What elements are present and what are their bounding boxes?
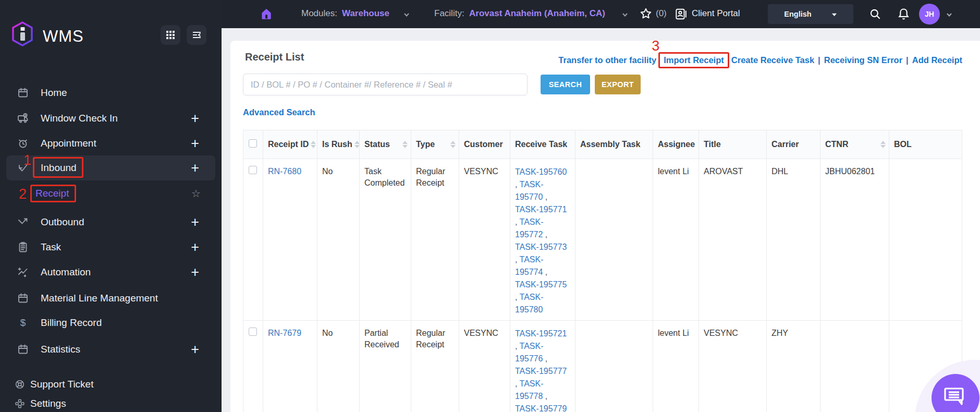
sidebar-item-home[interactable]: Home	[0, 80, 222, 105]
cell-title: VESYNC	[699, 321, 767, 412]
modules-chevron-down-icon[interactable]	[403, 11, 410, 20]
receipt-table-wrap: Receipt IDIs RushStatusTypeCustomerRecei…	[243, 130, 962, 412]
expand-plus-icon[interactable]: +	[191, 163, 199, 173]
receive-task-link[interactable]: TASK-195760	[515, 167, 567, 176]
cell-receive-task: TASK-195760, TASK-195770 ,TASK-195771, T…	[510, 159, 575, 321]
sidebar-item-label: Billing Record	[41, 317, 102, 329]
action-link-create-receive-task[interactable]: Create Receive Task	[731, 55, 814, 65]
favorite-star-icon[interactable]: ☆	[191, 187, 201, 200]
facility-chevron-down-icon[interactable]	[621, 11, 629, 20]
sidebar-item-automation[interactable]: Automation+	[0, 260, 222, 285]
favorites-star-icon[interactable]	[639, 7, 653, 22]
sidebar-item-label: Receipt	[35, 188, 69, 199]
sidebar-item-task[interactable]: Task+	[0, 235, 222, 260]
receipt-list-card: Receipt List Transfer to other facility3…	[230, 41, 980, 412]
receive-task-link[interactable]: TASK-195771	[515, 205, 567, 214]
cell-is-rush: No	[317, 159, 360, 321]
sort-icon[interactable]	[878, 141, 886, 148]
column-header-customer: Customer	[459, 130, 510, 159]
sidebar-item-billing-record[interactable]: $Billing Record	[0, 310, 222, 335]
expand-plus-icon[interactable]: +	[191, 113, 199, 124]
receive-task-link[interactable]: 195780	[515, 305, 543, 314]
search-button[interactable]: SEARCH	[541, 75, 590, 94]
sidebar-item-settings[interactable]: Settings	[0, 391, 222, 412]
row-checkbox[interactable]	[249, 328, 257, 336]
sidebar-item-inbound[interactable]: Inbound+	[6, 155, 215, 180]
sidebar-item-receipt[interactable]: Receipt☆	[0, 181, 222, 206]
cell-title: AROVAST	[699, 159, 767, 321]
sidebar-item-outbound[interactable]: Outbound+	[0, 210, 222, 235]
receive-task-link[interactable]: TASK-	[520, 255, 544, 264]
receive-task-link[interactable]: TASK-	[520, 180, 544, 189]
receive-task-link[interactable]: 195778	[515, 392, 543, 401]
sidebar-item-window-check-in[interactable]: Window Check In+	[0, 106, 222, 131]
sidebar-item-statistics[interactable]: Statistics+	[0, 337, 222, 362]
action-link-import-receipt[interactable]: Import Receipt	[664, 55, 724, 65]
column-header-receipt-id[interactable]: Receipt ID	[263, 130, 317, 159]
column-header-status[interactable]: Status	[360, 130, 411, 159]
receive-task-link[interactable]: TASK-	[520, 342, 544, 350]
cell-customer: VESYNC	[459, 159, 510, 321]
action-link-add-receipt[interactable]: Add Receipt	[912, 55, 962, 65]
expand-plus-icon[interactable]: +	[191, 242, 199, 252]
calendar-icon	[17, 344, 29, 355]
export-button[interactable]: EXPORT	[595, 75, 641, 94]
expand-plus-icon[interactable]: +	[191, 138, 199, 149]
receive-task-link[interactable]: TASK-	[520, 379, 544, 388]
column-header-ctnr[interactable]: CTNR	[820, 130, 889, 159]
receive-task-link[interactable]: TASK-195777	[515, 367, 567, 375]
receive-task-link[interactable]: 195772	[515, 230, 543, 239]
receipt-id-link[interactable]: RN-7679	[268, 329, 301, 337]
action-link-receiving-sn-error[interactable]: Receiving SN Error	[824, 55, 902, 65]
avatar-initials: JH	[925, 10, 934, 18]
modules-value[interactable]: Warehouse	[342, 8, 389, 19]
truck-clock-icon	[17, 113, 29, 124]
sort-icon[interactable]	[352, 141, 360, 148]
wms-logo-icon	[10, 21, 34, 49]
profile-chevron-down-icon[interactable]	[946, 11, 953, 20]
facility-label: Facility:	[434, 8, 464, 19]
receipt-id-link[interactable]: RN-7680	[268, 167, 301, 176]
apps-grid-icon[interactable]	[161, 25, 180, 45]
collapse-sidebar-icon[interactable]	[187, 25, 206, 45]
notification-bell-icon[interactable]	[897, 7, 911, 23]
client-portal-label[interactable]: Client Portal	[692, 8, 740, 19]
home-icon[interactable]	[260, 7, 273, 23]
facility-value[interactable]: Arovast Anaheim (Anaheim, CA)	[469, 8, 605, 19]
column-header-type[interactable]: Type	[411, 130, 459, 159]
receive-task-link[interactable]: TASK-	[520, 293, 544, 301]
receive-task-link[interactable]: 195770	[515, 192, 543, 201]
sort-icon[interactable]	[448, 141, 456, 148]
column-header-bol: BOL	[889, 130, 962, 159]
expand-plus-icon[interactable]: +	[191, 344, 199, 355]
receive-task-link[interactable]: TASK-	[520, 217, 544, 226]
expand-plus-icon[interactable]: +	[191, 267, 199, 277]
client-portal-icon[interactable]	[674, 7, 688, 23]
select-all-checkbox[interactable]	[249, 139, 257, 148]
column-header-is-rush[interactable]: Is Rush	[317, 130, 360, 159]
expand-plus-icon[interactable]: +	[191, 217, 199, 227]
modules-label: Modules:	[301, 8, 337, 19]
sidebar-item-material-line-management[interactable]: Material Line Management	[0, 286, 222, 311]
row-checkbox[interactable]	[249, 166, 257, 174]
receive-task-link[interactable]: 195776	[515, 354, 543, 363]
receive-task-link[interactable]: TASK-195775	[515, 280, 567, 289]
receive-task-link[interactable]: TASK-195779	[515, 404, 567, 412]
cell-bol	[889, 159, 962, 321]
receive-task-link[interactable]: TASK-195773	[515, 243, 567, 251]
sort-icon[interactable]	[400, 141, 408, 148]
calendar-icon	[17, 87, 29, 99]
action-link-transfer-to-other-facility[interactable]: Transfer to other facility	[558, 55, 656, 65]
sidebar-item-appointment[interactable]: Appointment+	[0, 131, 222, 156]
advanced-search-link[interactable]: Advanced Search	[243, 107, 315, 117]
search-input[interactable]	[243, 74, 528, 95]
search-icon[interactable]	[868, 7, 882, 23]
avatar[interactable]: JH	[919, 4, 940, 25]
action-separator: |	[818, 55, 820, 65]
table-row: RN-7680NoTask CompletedRegular ReceiptVE…	[243, 159, 962, 321]
sort-icon[interactable]	[309, 141, 316, 148]
receive-task-link[interactable]: TASK-195721	[515, 329, 567, 338]
column-header-receive-task: Receive Task	[510, 130, 575, 159]
receive-task-link[interactable]: 195774	[515, 268, 543, 276]
language-select[interactable]: English	[768, 4, 853, 24]
